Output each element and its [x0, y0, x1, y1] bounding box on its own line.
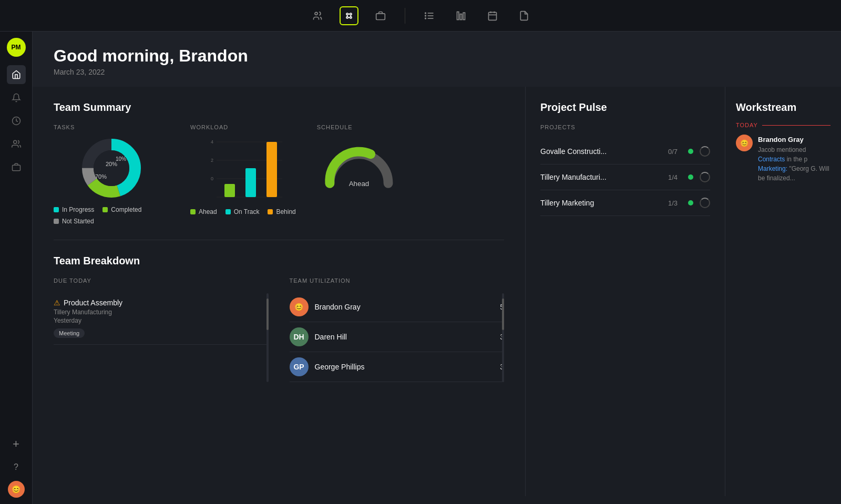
svg-point-3: [346, 16, 348, 18]
project-row-tillery-mkt[interactable]: Tillery Marketing 1/3: [540, 190, 710, 216]
section-divider: [54, 240, 504, 240]
ahead-dot: [190, 209, 196, 214]
not-started-label: Not Started: [62, 218, 94, 225]
legend-behind: Behind: [268, 208, 295, 215]
svg-point-1: [346, 13, 348, 15]
in-progress-label: In Progress: [62, 206, 94, 213]
tasks-card: TASKS: [54, 124, 169, 225]
page-header: Good morning, Brandon March 23, 2022: [33, 32, 841, 87]
svg-point-13: [425, 13, 426, 14]
util-item-brandon: 😊 Brandon Gray 5: [290, 292, 505, 322]
legend-ahead: Ahead: [190, 208, 217, 215]
main-panel: Team Summary TASKS: [33, 87, 526, 496]
svg-rect-16: [457, 12, 458, 19]
projects-label: PROJECTS: [540, 124, 710, 130]
svg-text:70%: 70%: [95, 173, 107, 180]
schedule-label: SCHEDULE: [317, 124, 353, 130]
svg-rect-17: [460, 14, 461, 19]
workstream-link-marketing[interactable]: Marketing:: [758, 165, 787, 172]
nav-divider: [405, 8, 405, 24]
workstream-content: Brandon Gray Jacob mentioned Contracts i…: [758, 135, 830, 183]
calendar-nav-icon[interactable]: [483, 6, 502, 25]
greeting-text: Good morning, Brandon: [54, 46, 820, 66]
sidebar-item-briefcase[interactable]: [7, 158, 26, 177]
tillery-mkt-progress: 1/3: [668, 199, 678, 207]
on-track-label: On Track: [234, 208, 260, 215]
sidebar-bottom: + ? 😊: [7, 435, 26, 498]
sidebar: PM: [0, 32, 33, 504]
tasks-pie-chart: 20% 10% 70%: [80, 137, 143, 200]
task-tag: Meeting: [54, 328, 85, 338]
project-pulse-title: Project Pulse: [540, 101, 710, 114]
workstream-text2: in the p: [787, 156, 807, 163]
behind-label: Behind: [276, 208, 295, 215]
sidebar-help-button[interactable]: ?: [7, 458, 26, 477]
task-project: Tillery Manufacturing: [54, 308, 269, 316]
team-breakdown-section: Team Breakdown DUE TODAY ⚠ Product Assem…: [54, 255, 504, 382]
tillery-mfg-spinner: [700, 172, 710, 182]
svg-rect-19: [488, 12, 496, 20]
task-date: Yesterday: [54, 317, 269, 324]
sidebar-item-notifications[interactable]: [7, 88, 26, 107]
task-name: Product Assembly: [64, 299, 122, 307]
bar-chart-svg: 4 2 0: [201, 137, 285, 200]
scroll-thumb: [266, 299, 269, 330]
svg-text:4: 4: [211, 139, 213, 145]
gauge-svg: Ahead: [317, 137, 401, 189]
user-avatar[interactable]: 😊: [8, 481, 25, 498]
svg-text:10%: 10%: [116, 156, 126, 162]
daren-name: Daren Hill: [315, 333, 494, 341]
schedule-card: SCHEDULE Ahead: [317, 124, 401, 189]
file-nav-icon[interactable]: [515, 6, 534, 25]
behind-dot: [268, 209, 273, 214]
app-logo[interactable]: PM: [7, 38, 26, 57]
legend-completed: Completed: [102, 206, 141, 213]
project-row-govalle[interactable]: Govalle Constructi... 0/7: [540, 139, 710, 164]
workload-legend: Ahead On Track Behind: [190, 208, 296, 215]
svg-text:0: 0: [211, 176, 213, 181]
brandon-avatar: 😊: [290, 297, 309, 316]
tillery-mfg-status-dot: [688, 174, 693, 180]
sidebar-item-home[interactable]: [7, 65, 26, 84]
team-breakdown-title: Team Breakdown: [54, 255, 504, 267]
util-item-daren: DH Daren Hill 3: [290, 322, 505, 352]
not-started-dot: [54, 219, 59, 224]
due-today-label: DUE TODAY: [54, 277, 269, 284]
date-text: March 23, 2022: [54, 68, 820, 76]
completed-dot: [102, 207, 108, 212]
workstream-title: Workstream: [736, 101, 830, 114]
sidebar-item-people[interactable]: [7, 135, 26, 153]
workload-card: WORKLOAD 4 2: [190, 124, 296, 215]
today-divider-line: [762, 125, 830, 126]
grid-nav-icon[interactable]: [340, 6, 358, 25]
chart-nav-icon[interactable]: [452, 6, 470, 25]
daren-avatar: DH: [290, 327, 309, 346]
sidebar-item-clock[interactable]: [7, 111, 26, 130]
svg-point-24: [13, 140, 16, 143]
tillery-mkt-status-dot: [688, 200, 693, 205]
workload-label: WORKLOAD: [190, 124, 228, 130]
sidebar-add-button[interactable]: +: [7, 435, 26, 454]
workload-bar-chart: 4 2 0: [201, 137, 285, 202]
project-pulse-panel: Project Pulse PROJECTS Govalle Construct…: [526, 87, 725, 496]
team-utilization-column: TEAM UTILIZATION 😊 Brandon Gray 5 DH Dar…: [290, 277, 505, 382]
briefcase-nav-icon[interactable]: [371, 6, 390, 25]
george-avatar: GP: [290, 357, 309, 376]
in-progress-dot: [54, 207, 59, 212]
today-label: TODAY: [736, 122, 830, 128]
govalle-status-dot: [688, 149, 693, 154]
project-row-tillery-mfg[interactable]: Tillery Manufacturi... 1/4: [540, 164, 710, 190]
svg-rect-9: [376, 13, 385, 19]
legend-not-started: Not Started: [54, 218, 94, 225]
brandon-name: Brandon Gray: [315, 303, 494, 311]
svg-rect-25: [12, 165, 20, 171]
svg-point-15: [425, 18, 426, 19]
util-item-george: GP George Phillips 3: [290, 352, 505, 382]
list-nav-icon[interactable]: [420, 6, 439, 25]
main-content: Good morning, Brandon March 23, 2022 Tea…: [33, 32, 841, 504]
govalle-name: Govalle Constructi...: [540, 147, 662, 156]
svg-point-2: [350, 13, 351, 15]
team-nav-icon[interactable]: [308, 6, 327, 25]
workstream-link-contracts[interactable]: Contracts: [758, 156, 785, 163]
workstream-panel: Workstream TODAY 😊 Brandon Gray Jacob me…: [725, 87, 841, 496]
